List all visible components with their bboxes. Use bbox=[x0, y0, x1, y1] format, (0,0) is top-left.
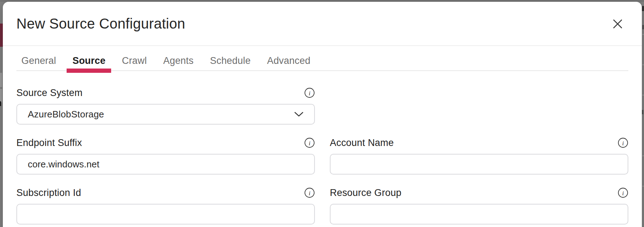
source-system-selected-value: AzureBlobStorage bbox=[28, 109, 104, 120]
field-resource-group: Resource Group i bbox=[330, 187, 628, 225]
resource-group-label: Resource Group bbox=[330, 187, 401, 198]
resource-group-input[interactable] bbox=[330, 204, 628, 225]
field-endpoint-suffix: Endpoint Suffix i bbox=[16, 137, 315, 175]
source-system-label: Source System bbox=[16, 87, 83, 98]
x-icon bbox=[612, 18, 623, 30]
tab-source[interactable]: Source bbox=[72, 55, 105, 70]
backdrop-fragment bbox=[642, 95, 644, 96]
new-source-configuration-dialog: New Source Configuration General Source … bbox=[3, 2, 642, 227]
info-icon[interactable]: i bbox=[618, 187, 628, 198]
backdrop-fragment bbox=[642, 34, 644, 35]
account-name-input[interactable] bbox=[330, 154, 628, 175]
subscription-id-input[interactable] bbox=[16, 204, 315, 225]
dialog-header: New Source Configuration bbox=[3, 2, 642, 46]
svg-text:i: i bbox=[622, 190, 624, 197]
chevron-down-icon bbox=[294, 112, 303, 117]
close-button[interactable] bbox=[611, 17, 624, 30]
tab-schedule[interactable]: Schedule bbox=[210, 55, 250, 70]
screen: New Source Configuration General Source … bbox=[0, 0, 644, 227]
backdrop-fragment bbox=[642, 110, 643, 114]
backdrop-fragment bbox=[642, 6, 644, 11]
field-subscription-id: Subscription Id i bbox=[16, 187, 315, 225]
info-icon[interactable]: i bbox=[304, 187, 315, 198]
svg-text:i: i bbox=[622, 140, 624, 147]
empty-cell bbox=[330, 87, 628, 125]
dialog-title: New Source Configuration bbox=[16, 15, 628, 32]
tab-crawl[interactable]: Crawl bbox=[122, 55, 147, 70]
svg-text:i: i bbox=[309, 190, 311, 197]
field-account-name: Account Name i bbox=[330, 137, 628, 175]
backdrop-fragment-maroon bbox=[0, 24, 3, 47]
subscription-id-label: Subscription Id bbox=[16, 187, 81, 198]
account-name-label: Account Name bbox=[330, 137, 394, 148]
info-icon[interactable]: i bbox=[618, 137, 628, 148]
dialog-tabs: General Source Crawl Agents Schedule Adv… bbox=[16, 46, 628, 71]
info-icon[interactable]: i bbox=[304, 87, 315, 98]
backdrop-fragment bbox=[0, 73, 2, 87]
info-icon[interactable]: i bbox=[304, 137, 315, 148]
field-source-system: Source System i AzureBlobStorage bbox=[16, 87, 315, 125]
tab-advanced[interactable]: Advanced bbox=[267, 55, 311, 70]
endpoint-suffix-label: Endpoint Suffix bbox=[16, 137, 82, 148]
backdrop-fragment bbox=[0, 89, 2, 102]
backdrop-fragment bbox=[642, 186, 644, 187]
tab-agents[interactable]: Agents bbox=[163, 55, 193, 70]
backdrop-fragment bbox=[0, 101, 1, 106]
backdrop-fragment bbox=[642, 155, 644, 156]
endpoint-suffix-input[interactable] bbox=[16, 154, 315, 175]
backdrop-fragment bbox=[642, 64, 644, 65]
source-form: Source System i AzureBlobStorage bbox=[16, 87, 628, 225]
svg-text:i: i bbox=[309, 140, 311, 147]
backdrop-fragment bbox=[642, 25, 644, 29]
tab-general[interactable]: General bbox=[21, 55, 56, 70]
source-system-select[interactable]: AzureBlobStorage bbox=[16, 104, 315, 125]
svg-text:i: i bbox=[309, 90, 311, 97]
